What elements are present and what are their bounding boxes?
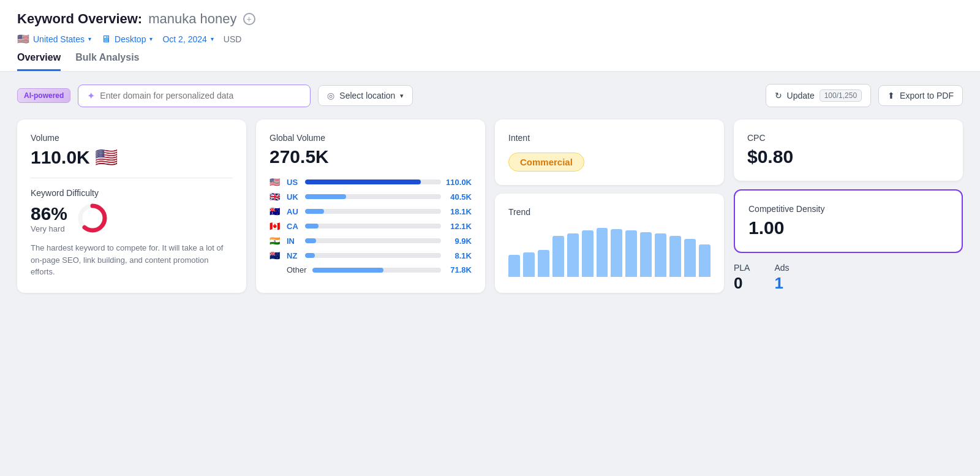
other-bar-track — [312, 268, 441, 273]
comp-label: Competitive Density — [748, 204, 948, 214]
trend-bar — [669, 236, 681, 277]
cpc-label: CPC — [747, 133, 949, 143]
bar-country-code: AU — [287, 207, 300, 216]
kd-sublabel: Very hard — [31, 224, 67, 233]
pla-value: 0 — [734, 274, 750, 293]
bar-fill — [305, 209, 324, 214]
bar-flag: 🇮🇳 — [270, 236, 282, 246]
intent-card: Intent Commercial — [495, 119, 724, 185]
page-title: Keyword Overview: — [17, 11, 142, 27]
controls-row: 🇺🇸 United States ▾ 🖥 Desktop ▾ Oct 2, 20… — [17, 33, 963, 45]
location-flag: 🇺🇸 — [17, 33, 29, 45]
location-label: United States — [33, 34, 85, 44]
bar-number: 8.1K — [446, 251, 472, 260]
bar-flag: 🇨🇦 — [270, 221, 282, 231]
location-dropdown[interactable]: 🇺🇸 United States ▾ — [17, 33, 91, 45]
ads-value: 1 — [774, 274, 789, 293]
bar-fill — [305, 194, 346, 199]
location-arrow-icon: ▾ — [88, 36, 91, 42]
ads-label: Ads — [774, 263, 789, 273]
kd-value: 86% — [31, 203, 67, 224]
gv-value: 270.5K — [270, 146, 472, 167]
export-label: Export to PDF — [900, 91, 954, 100]
us-flag-volume: 🇺🇸 — [95, 146, 118, 168]
date-dropdown[interactable]: Oct 2, 2024 ▾ — [162, 34, 213, 44]
bar-track — [305, 253, 441, 258]
gv-bar-row: 🇳🇿 NZ 8.1K — [270, 251, 472, 260]
export-icon: ⬆ — [888, 91, 895, 100]
pla-ads-row: PLA 0 Ads 1 — [734, 263, 963, 293]
intent-badge: Commercial — [508, 153, 584, 172]
cpc-value: $0.80 — [747, 146, 949, 167]
desktop-icon: 🖥 — [101, 34, 111, 45]
bar-track — [305, 209, 441, 214]
gv-bar-row: 🇨🇦 CA 12.1K — [270, 221, 472, 231]
location-select-label: Select location — [339, 91, 395, 100]
bar-number: 40.5K — [446, 192, 472, 202]
right-column: CPC $0.80 Competitive Density 1.00 PLA 0… — [734, 119, 963, 293]
gv-bar-row: 🇦🇺 AU 18.1K — [270, 206, 472, 216]
trend-bar — [625, 230, 637, 277]
trend-bar — [552, 236, 564, 277]
bar-flag: 🇦🇺 — [270, 206, 282, 216]
card-divider — [31, 178, 233, 178]
trend-chart — [508, 222, 710, 277]
bar-fill — [305, 224, 318, 229]
gv-bar-row: 🇬🇧 UK 40.5K — [270, 192, 472, 202]
bar-country-code: IN — [287, 236, 300, 246]
trend-bar — [699, 244, 710, 277]
bar-country-code: US — [287, 178, 300, 187]
trend-bar — [597, 228, 608, 277]
kd-label: Keyword Difficulty — [31, 188, 233, 198]
ai-badge: AI-powered — [17, 88, 70, 103]
device-arrow-icon: ▾ — [149, 36, 153, 42]
domain-input-wrapper[interactable]: ✦ — [78, 85, 311, 107]
other-label: Other — [287, 265, 307, 274]
cards-grid: Volume 110.0K 🇺🇸 Keyword Difficulty 86% … — [17, 119, 963, 293]
keyword-name: manuka honey — [148, 11, 236, 27]
trend-bar — [640, 232, 652, 277]
bar-country-code: UK — [287, 192, 300, 202]
bar-track — [305, 194, 441, 199]
trend-bar — [538, 250, 549, 277]
gv-other-row: Other 71.8K — [270, 265, 472, 274]
bar-number: 12.1K — [446, 222, 472, 231]
bar-track — [305, 224, 441, 229]
bar-country-code: CA — [287, 222, 300, 231]
export-button[interactable]: ⬆ Export to PDF — [878, 85, 963, 106]
trend-bar — [611, 229, 622, 277]
tab-bulk-analysis[interactable]: Bulk Analysis — [75, 52, 139, 71]
bar-country-code: NZ — [287, 251, 300, 260]
pla-item: PLA 0 — [734, 263, 750, 293]
update-button[interactable]: ↻ Update 100/1,250 — [766, 84, 872, 107]
device-label: Desktop — [115, 34, 146, 44]
bar-number: 18.1K — [446, 207, 472, 216]
ads-item: Ads 1 — [774, 263, 789, 293]
pla-label: PLA — [734, 263, 750, 273]
header-section: Keyword Overview: manuka honey + 🇺🇸 Unit… — [0, 0, 980, 72]
device-dropdown[interactable]: 🖥 Desktop ▾ — [101, 34, 153, 45]
domain-input[interactable] — [100, 91, 301, 100]
trend-bar — [684, 239, 696, 277]
add-keyword-icon[interactable]: + — [243, 13, 255, 25]
kd-value-group: 86% Very hard — [31, 203, 67, 233]
comp-value: 1.00 — [748, 217, 948, 238]
tab-overview[interactable]: Overview — [17, 52, 61, 71]
date-arrow-icon: ▾ — [211, 36, 214, 42]
volume-label: Volume — [31, 133, 233, 143]
location-pin-icon: ◎ — [327, 91, 334, 100]
gv-bar-row: 🇮🇳 IN 9.9K — [270, 236, 472, 246]
trend-bar — [582, 230, 594, 277]
location-select-arrow-icon: ▾ — [400, 92, 404, 100]
competitive-density-card: Competitive Density 1.00 — [734, 189, 963, 253]
volume-keyword-card: Volume 110.0K 🇺🇸 Keyword Difficulty 86% … — [17, 119, 246, 293]
trend-bar — [523, 252, 535, 277]
volume-value: 110.0K 🇺🇸 — [31, 146, 233, 168]
bar-track — [305, 179, 441, 184]
location-select-button[interactable]: ◎ Select location ▾ — [318, 85, 413, 106]
toolbar-row: AI-powered ✦ ◎ Select location ▾ ↻ Updat… — [17, 84, 963, 107]
gv-label: Global Volume — [270, 133, 472, 143]
bar-fill — [305, 253, 315, 258]
trend-label: Trend — [508, 207, 710, 217]
kd-donut-chart — [76, 202, 109, 235]
